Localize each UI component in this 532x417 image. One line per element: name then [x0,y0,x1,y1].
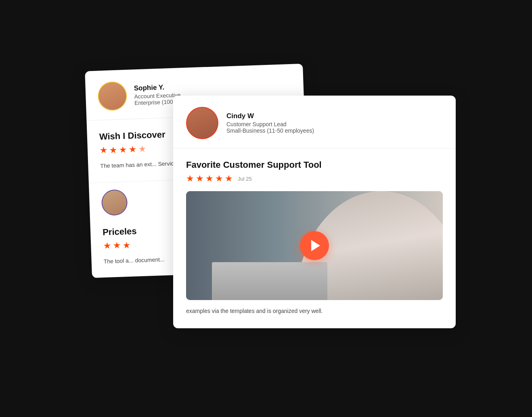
star-1: ★ [100,145,108,156]
fav-star-2: ★ [196,173,204,184]
cindy-avatar [186,107,218,139]
play-triangle-icon [311,240,320,251]
priceless-star-3: ★ [122,240,131,251]
fav-star-5: ★ [225,173,233,184]
sophie-avatar [97,81,127,111]
cindy-company: Small-Business (11-50 employees) [226,127,314,134]
front-card: Cindy W Customer Support Lead Small-Busi… [173,96,456,328]
priceless-star-2: ★ [113,240,121,251]
fav-star-4: ★ [215,173,223,184]
fav-star-3: ★ [205,173,214,184]
star-2: ★ [109,145,118,156]
laptop-shape [212,262,327,300]
cindy-info: Cindy W Customer Support Lead Small-Busi… [226,112,314,134]
fav-star-1: ★ [186,173,194,184]
star-4: ★ [129,144,137,155]
cindy-name: Cindy W [226,112,314,120]
star-5-half: ★ [138,144,147,154]
purple-avatar [101,190,128,216]
priceless-star-1: ★ [103,241,111,252]
review-date: Jul 25 [238,176,252,182]
cindy-role: Customer Support Lead [226,121,314,127]
favorite-review-bottom-text: examples via the templates and is organi… [186,306,443,315]
star-3: ★ [119,144,128,155]
play-button[interactable] [300,231,329,260]
favorite-review-body: Favorite Customer Support Tool ★ ★ ★ ★ ★… [173,148,456,328]
favorite-stars: ★ ★ ★ ★ ★ Jul 25 [186,173,443,184]
favorite-review-title: Favorite Customer Support Tool [186,160,443,170]
video-thumbnail[interactable] [186,191,443,300]
cindy-header: Cindy W Customer Support Lead Small-Busi… [173,96,456,148]
